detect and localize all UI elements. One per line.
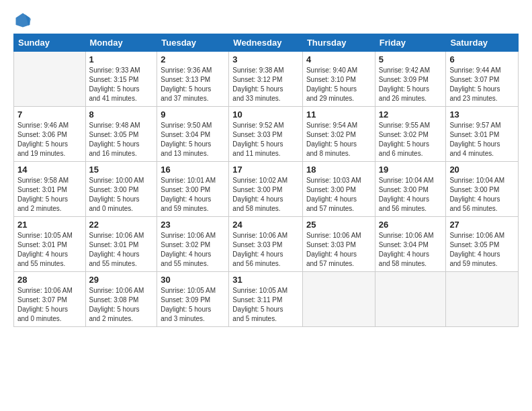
- calendar-header-row: SundayMondayTuesdayWednesdayThursdayFrid…: [14, 34, 519, 52]
- day-number: 24: [232, 220, 299, 230]
- day-number: 5: [379, 54, 443, 64]
- day-number: 25: [306, 220, 371, 230]
- day-info: Sunrise: 10:05 AM Sunset: 3:09 PM Daylig…: [161, 286, 225, 324]
- calendar-week-2: 7Sunrise: 9:46 AM Sunset: 3:06 PM Daylig…: [14, 107, 519, 162]
- day-info: Sunrise: 10:06 AM Sunset: 3:08 PM Daylig…: [89, 286, 154, 324]
- calendar-cell: 7Sunrise: 9:46 AM Sunset: 3:06 PM Daylig…: [14, 107, 86, 162]
- day-number: 13: [449, 109, 515, 120]
- day-number: 21: [17, 220, 82, 230]
- calendar-cell: 15Sunrise: 10:00 AM Sunset: 3:00 PM Dayl…: [85, 162, 157, 217]
- day-info: Sunrise: 9:52 AM Sunset: 3:03 PM Dayligh…: [232, 121, 299, 158]
- day-number: 19: [379, 165, 443, 175]
- day-number: 27: [449, 220, 515, 230]
- calendar-cell: 25Sunrise: 10:06 AM Sunset: 3:03 PM Dayl…: [302, 217, 375, 272]
- day-info: Sunrise: 9:44 AM Sunset: 3:07 PM Dayligh…: [449, 66, 515, 103]
- day-info: Sunrise: 9:40 AM Sunset: 3:10 PM Dayligh…: [306, 66, 371, 103]
- calendar-header-sunday: Sunday: [14, 34, 86, 52]
- day-number: 29: [89, 275, 154, 285]
- day-info: Sunrise: 9:38 AM Sunset: 3:12 PM Dayligh…: [232, 66, 299, 103]
- calendar: SundayMondayTuesdayWednesdayThursdayFrid…: [13, 34, 519, 327]
- day-number: 11: [306, 109, 371, 120]
- day-number: 17: [232, 165, 299, 175]
- calendar-cell: 14Sunrise: 9:58 AM Sunset: 3:01 PM Dayli…: [14, 162, 86, 217]
- calendar-cell: 8Sunrise: 9:48 AM Sunset: 3:05 PM Daylig…: [85, 107, 157, 162]
- calendar-header-monday: Monday: [85, 34, 157, 52]
- day-info: Sunrise: 10:05 AM Sunset: 3:01 PM Daylig…: [17, 231, 82, 269]
- day-info: Sunrise: 10:04 AM Sunset: 3:00 PM Daylig…: [449, 176, 515, 214]
- day-info: Sunrise: 9:55 AM Sunset: 3:02 PM Dayligh…: [379, 121, 443, 158]
- day-number: 8: [89, 109, 154, 120]
- day-info: Sunrise: 10:05 AM Sunset: 3:11 PM Daylig…: [232, 286, 299, 324]
- calendar-cell: 10Sunrise: 9:52 AM Sunset: 3:03 PM Dayli…: [229, 107, 303, 162]
- calendar-cell: 9Sunrise: 9:50 AM Sunset: 3:04 PM Daylig…: [157, 107, 229, 162]
- day-info: Sunrise: 9:33 AM Sunset: 3:15 PM Dayligh…: [89, 66, 154, 103]
- day-number: 6: [449, 54, 515, 64]
- calendar-cell: 4Sunrise: 9:40 AM Sunset: 3:10 PM Daylig…: [302, 52, 375, 107]
- calendar-week-1: 1Sunrise: 9:33 AM Sunset: 3:15 PM Daylig…: [14, 52, 519, 107]
- calendar-header-thursday: Thursday: [302, 34, 375, 52]
- calendar-cell: 5Sunrise: 9:42 AM Sunset: 3:09 PM Daylig…: [375, 52, 446, 107]
- calendar-cell: 21Sunrise: 10:05 AM Sunset: 3:01 PM Dayl…: [14, 217, 86, 272]
- calendar-cell: 6Sunrise: 9:44 AM Sunset: 3:07 PM Daylig…: [446, 52, 519, 107]
- calendar-cell: 24Sunrise: 10:06 AM Sunset: 3:03 PM Dayl…: [229, 217, 303, 272]
- logo: [13, 11, 35, 30]
- header: [13, 11, 519, 30]
- day-number: 1: [89, 54, 154, 64]
- day-number: 26: [379, 220, 443, 230]
- day-number: 20: [449, 165, 515, 175]
- day-number: 30: [161, 275, 225, 285]
- day-number: 16: [161, 165, 225, 175]
- day-info: Sunrise: 9:57 AM Sunset: 3:01 PM Dayligh…: [449, 121, 515, 158]
- calendar-header-friday: Friday: [375, 34, 446, 52]
- calendar-header-wednesday: Wednesday: [229, 34, 303, 52]
- calendar-cell: 13Sunrise: 9:57 AM Sunset: 3:01 PM Dayli…: [446, 107, 519, 162]
- day-info: Sunrise: 10:02 AM Sunset: 3:00 PM Daylig…: [232, 176, 299, 214]
- day-number: 23: [161, 220, 225, 230]
- day-info: Sunrise: 9:54 AM Sunset: 3:02 PM Dayligh…: [306, 121, 371, 158]
- calendar-cell: 23Sunrise: 10:06 AM Sunset: 3:02 PM Dayl…: [157, 217, 229, 272]
- calendar-week-3: 14Sunrise: 9:58 AM Sunset: 3:01 PM Dayli…: [14, 162, 519, 217]
- calendar-cell: 26Sunrise: 10:06 AM Sunset: 3:04 PM Dayl…: [375, 217, 446, 272]
- day-info: Sunrise: 10:06 AM Sunset: 3:05 PM Daylig…: [449, 231, 515, 269]
- day-number: 10: [232, 109, 299, 120]
- calendar-cell: 27Sunrise: 10:06 AM Sunset: 3:05 PM Dayl…: [446, 217, 519, 272]
- calendar-cell: [375, 272, 446, 327]
- day-number: 22: [89, 220, 154, 230]
- calendar-cell: 19Sunrise: 10:04 AM Sunset: 3:00 PM Dayl…: [375, 162, 446, 217]
- day-number: 12: [379, 109, 443, 120]
- calendar-cell: 17Sunrise: 10:02 AM Sunset: 3:00 PM Dayl…: [229, 162, 303, 217]
- day-number: 14: [17, 165, 82, 175]
- calendar-cell: 12Sunrise: 9:55 AM Sunset: 3:02 PM Dayli…: [375, 107, 446, 162]
- calendar-week-4: 21Sunrise: 10:05 AM Sunset: 3:01 PM Dayl…: [14, 217, 519, 272]
- day-number: 4: [306, 54, 371, 64]
- day-info: Sunrise: 10:06 AM Sunset: 3:04 PM Daylig…: [379, 231, 443, 269]
- calendar-cell: [302, 272, 375, 327]
- calendar-cell: 30Sunrise: 10:05 AM Sunset: 3:09 PM Dayl…: [157, 272, 229, 327]
- calendar-cell: 1Sunrise: 9:33 AM Sunset: 3:15 PM Daylig…: [85, 52, 157, 107]
- day-number: 28: [17, 275, 82, 285]
- day-info: Sunrise: 10:06 AM Sunset: 3:07 PM Daylig…: [17, 286, 82, 324]
- day-info: Sunrise: 10:00 AM Sunset: 3:00 PM Daylig…: [89, 176, 154, 214]
- calendar-cell: 3Sunrise: 9:38 AM Sunset: 3:12 PM Daylig…: [229, 52, 303, 107]
- day-info: Sunrise: 9:50 AM Sunset: 3:04 PM Dayligh…: [161, 121, 225, 158]
- calendar-header-tuesday: Tuesday: [157, 34, 229, 52]
- calendar-cell: 28Sunrise: 10:06 AM Sunset: 3:07 PM Dayl…: [14, 272, 86, 327]
- day-number: 31: [232, 275, 299, 285]
- day-number: 2: [161, 54, 225, 64]
- day-info: Sunrise: 10:06 AM Sunset: 3:02 PM Daylig…: [161, 231, 225, 269]
- day-info: Sunrise: 10:04 AM Sunset: 3:00 PM Daylig…: [379, 176, 443, 214]
- day-info: Sunrise: 10:06 AM Sunset: 3:01 PM Daylig…: [89, 231, 154, 269]
- logo-icon: [13, 11, 32, 30]
- calendar-cell: 18Sunrise: 10:03 AM Sunset: 3:00 PM Dayl…: [302, 162, 375, 217]
- calendar-cell: 2Sunrise: 9:36 AM Sunset: 3:13 PM Daylig…: [157, 52, 229, 107]
- day-info: Sunrise: 9:42 AM Sunset: 3:09 PM Dayligh…: [379, 66, 443, 103]
- day-info: Sunrise: 9:58 AM Sunset: 3:01 PM Dayligh…: [17, 176, 82, 214]
- day-info: Sunrise: 10:06 AM Sunset: 3:03 PM Daylig…: [232, 231, 299, 269]
- day-number: 18: [306, 165, 371, 175]
- day-number: 3: [232, 54, 299, 64]
- calendar-week-5: 28Sunrise: 10:06 AM Sunset: 3:07 PM Dayl…: [14, 272, 519, 327]
- calendar-cell: 31Sunrise: 10:05 AM Sunset: 3:11 PM Dayl…: [229, 272, 303, 327]
- calendar-cell: 29Sunrise: 10:06 AM Sunset: 3:08 PM Dayl…: [85, 272, 157, 327]
- calendar-cell: 20Sunrise: 10:04 AM Sunset: 3:00 PM Dayl…: [446, 162, 519, 217]
- day-number: 7: [17, 109, 82, 120]
